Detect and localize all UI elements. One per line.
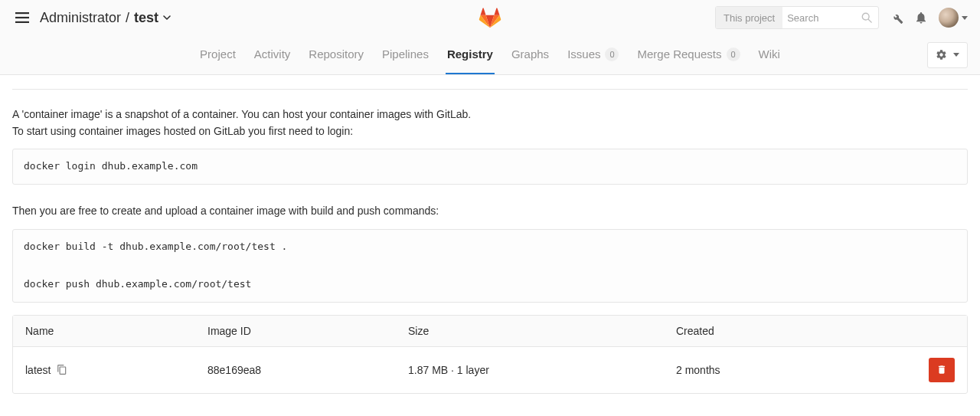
svg-line-4 — [868, 19, 871, 22]
caret-down-icon — [962, 16, 968, 20]
gear-icon — [936, 49, 947, 61]
tab-activity[interactable]: Activity — [253, 35, 292, 74]
project-settings-button[interactable] — [927, 42, 968, 68]
intro-line-1: A 'container image' is a snapshot of a c… — [12, 106, 968, 123]
admin-wrench-icon[interactable] — [890, 11, 903, 25]
page-content: A 'container image' is a snapshot of a c… — [0, 89, 980, 394]
caret-down-icon — [953, 53, 959, 57]
tag-name: latest — [25, 364, 51, 376]
mr-count-badge: 0 — [727, 47, 740, 61]
tab-registry[interactable]: Registry — [446, 35, 495, 74]
search-input[interactable] — [782, 12, 855, 24]
avatar — [939, 8, 959, 28]
breadcrumb-separator: / — [126, 10, 129, 26]
search-scope-label: This project — [716, 7, 782, 28]
svg-rect-2 — [15, 21, 29, 23]
chevron-down-icon — [163, 15, 171, 20]
tab-graphs[interactable]: Graphs — [510, 35, 550, 74]
images-table: Name Image ID Size Created latest 88e169… — [12, 315, 968, 394]
tab-issues[interactable]: Issues 0 — [566, 35, 620, 74]
top-header: Administrator / test This project — [0, 0, 980, 35]
breadcrumb[interactable]: Administrator / test — [40, 10, 171, 26]
tab-merge-requests[interactable]: Merge Requests 0 — [635, 35, 741, 74]
hamburger-icon — [15, 12, 29, 23]
svg-rect-1 — [15, 17, 29, 18]
svg-rect-0 — [15, 12, 29, 14]
hamburger-menu[interactable] — [12, 9, 32, 26]
issues-count-badge: 0 — [605, 47, 619, 61]
tab-pipelines[interactable]: Pipelines — [381, 35, 430, 74]
docker-build-push-code: docker build -t dhub.example.com/root/te… — [12, 229, 968, 303]
breadcrumb-project: test — [134, 10, 158, 26]
image-size: 1.87 MB · 1 layer — [408, 364, 676, 376]
docker-login-code: docker login dhub.example.com — [12, 149, 968, 185]
delete-button[interactable] — [929, 358, 955, 382]
divider — [12, 89, 968, 90]
table-header-row: Name Image ID Size Created — [13, 316, 967, 347]
gitlab-logo[interactable] — [478, 6, 502, 29]
notifications-bell-icon[interactable] — [914, 11, 928, 25]
image-id: 88e169ea8 — [207, 364, 408, 376]
user-menu[interactable] — [939, 8, 968, 28]
copy-to-clipboard-icon[interactable] — [57, 364, 67, 375]
search-icon[interactable] — [855, 12, 878, 23]
trash-icon — [936, 364, 947, 375]
intro-line-3: Then you are free to create and upload a… — [12, 203, 968, 220]
col-header-size: Size — [408, 325, 676, 337]
table-row: latest 88e169ea8 1.87 MB · 1 layer 2 mon… — [13, 347, 967, 393]
search-box[interactable]: This project — [715, 6, 879, 29]
intro-line-2: To start using container images hosted o… — [12, 123, 968, 140]
tab-repository[interactable]: Repository — [307, 35, 365, 74]
image-created: 2 months — [676, 364, 916, 376]
project-tabs: Project Activity Repository Pipelines Re… — [0, 35, 980, 75]
col-header-created: Created — [676, 325, 916, 337]
col-header-name: Name — [25, 325, 207, 337]
tab-project[interactable]: Project — [198, 35, 237, 74]
col-header-image-id: Image ID — [207, 325, 408, 337]
tab-wiki[interactable]: Wiki — [757, 35, 782, 74]
breadcrumb-owner: Administrator — [40, 10, 121, 26]
